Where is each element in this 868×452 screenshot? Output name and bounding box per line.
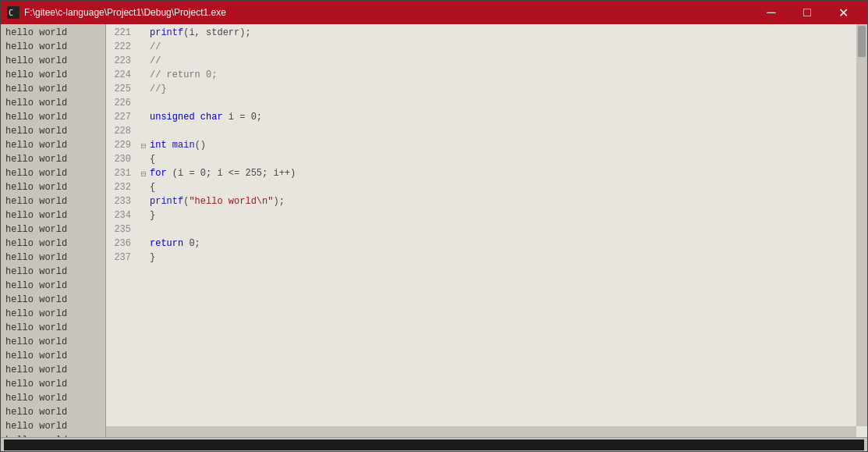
close-button[interactable]: ✕ (825, 1, 861, 24)
code-line: 224 // return 0; (106, 68, 867, 82)
console-line: hello world (1, 391, 105, 405)
line-number: 229 (106, 140, 137, 151)
console-line: hello world (1, 96, 105, 110)
console-line: hello world (1, 335, 105, 349)
console-line: hello world (1, 237, 105, 251)
horizontal-scrollbar[interactable] (106, 426, 856, 437)
code-line: 229⊟int main() (106, 138, 867, 152)
code-text: return 0; (150, 238, 200, 249)
console-line: hello world (1, 180, 105, 194)
fold-indicator[interactable]: ⊟ (137, 169, 150, 179)
line-number: 227 (106, 112, 137, 123)
code-text: { (150, 154, 155, 165)
window-title: F:\gitee\c-language\Project1\Debug\Proje… (24, 7, 753, 18)
code-line: 227 unsigned char i = 0; (106, 110, 867, 124)
line-number: 231 (106, 168, 137, 179)
line-number: 223 (106, 55, 137, 66)
main-window: C F:\gitee\c-language\Project1\Debug\Pro… (0, 0, 868, 452)
code-text: } (150, 252, 155, 263)
console-panel: hello worldhello worldhello worldhello w… (1, 24, 106, 437)
console-line: hello world (1, 279, 105, 293)
console-line: hello world (1, 152, 105, 166)
console-line: hello world (1, 405, 105, 419)
code-text: unsigned char i = 0; (150, 112, 262, 123)
window-controls: ─ □ ✕ (753, 1, 861, 24)
code-line: 222 // (106, 40, 867, 54)
console-line: hello world (1, 349, 105, 363)
line-number: 234 (106, 210, 137, 221)
console-line: hello world (1, 124, 105, 138)
console-line: hello world (1, 377, 105, 391)
code-text: for (i = 0; i <= 255; i++) (150, 168, 296, 179)
console-line: hello world (1, 54, 105, 68)
code-line: 230 { (106, 152, 867, 166)
console-line: hello world (1, 251, 105, 265)
line-number: 221 (106, 27, 137, 38)
console-line: hello world (1, 166, 105, 180)
line-number: 224 (106, 69, 137, 80)
code-text: } (150, 210, 155, 221)
code-line: 236 return 0; (106, 237, 867, 251)
code-text: // (150, 55, 161, 66)
code-text: // return 0; (150, 69, 217, 80)
code-line: 237 } (106, 251, 867, 265)
code-line: 231⊟ for (i = 0; i <= 255; i++) (106, 166, 867, 180)
fold-indicator[interactable]: ⊟ (137, 141, 150, 151)
title-bar: C F:\gitee\c-language\Project1\Debug\Pro… (1, 1, 867, 24)
console-line: hello world (1, 222, 105, 237)
code-line: 223 // (106, 54, 867, 68)
code-content[interactable]: 221 printf(i, stderr);222 //223 //224 //… (106, 24, 867, 437)
code-line: 234 } (106, 208, 867, 222)
code-text: printf(i, stderr); (150, 27, 251, 38)
console-line: hello world (1, 68, 105, 82)
console-line: hello world (1, 26, 105, 40)
vertical-scrollbar[interactable] (856, 24, 867, 426)
code-panel: 221 printf(i, stderr);222 //223 //224 //… (106, 24, 867, 437)
maximize-button[interactable]: □ (789, 1, 825, 24)
code-text: int main() (150, 140, 206, 151)
line-number: 237 (106, 252, 137, 263)
code-line: 226 (106, 96, 867, 110)
console-line: hello world (1, 419, 105, 433)
line-number: 232 (106, 182, 137, 193)
console-line: hello world (1, 321, 105, 335)
line-number: 228 (106, 126, 137, 137)
code-text: printf("hello world\n"); (150, 196, 285, 207)
minimize-button[interactable]: ─ (753, 1, 789, 24)
code-line: 235 (106, 222, 867, 237)
line-number: 236 (106, 238, 137, 249)
console-line: hello world (1, 194, 105, 208)
line-number: 225 (106, 84, 137, 94)
main-content: hello worldhello worldhello worldhello w… (1, 24, 867, 437)
code-line: 221 printf(i, stderr); (106, 26, 867, 40)
svg-text:C: C (9, 9, 13, 17)
code-text: // (150, 41, 161, 52)
console-line: hello world (1, 40, 105, 54)
console-line: hello world (1, 138, 105, 152)
code-line: 233 printf("hello world\n"); (106, 194, 867, 208)
console-line: hello world (1, 307, 105, 321)
bottom-input[interactable] (4, 440, 864, 450)
scrollbar-thumb-v[interactable] (858, 26, 866, 57)
line-number: 226 (106, 98, 137, 109)
console-line: hello world (1, 82, 105, 96)
console-line: hello world (1, 363, 105, 377)
line-number: 235 (106, 224, 137, 235)
code-text: //} (150, 84, 167, 94)
code-line: 232 { (106, 180, 867, 194)
code-line: 225 //} (106, 82, 867, 96)
console-line: hello world (1, 208, 105, 222)
line-number: 230 (106, 154, 137, 165)
line-number: 233 (106, 196, 137, 207)
code-text: { (150, 182, 155, 193)
app-icon: C (7, 6, 19, 19)
console-line: hello world (1, 110, 105, 124)
console-line: hello world (1, 293, 105, 307)
line-number: 222 (106, 41, 137, 52)
bottom-bar (1, 437, 867, 451)
console-line: hello world (1, 265, 105, 279)
code-line: 228 (106, 124, 867, 138)
